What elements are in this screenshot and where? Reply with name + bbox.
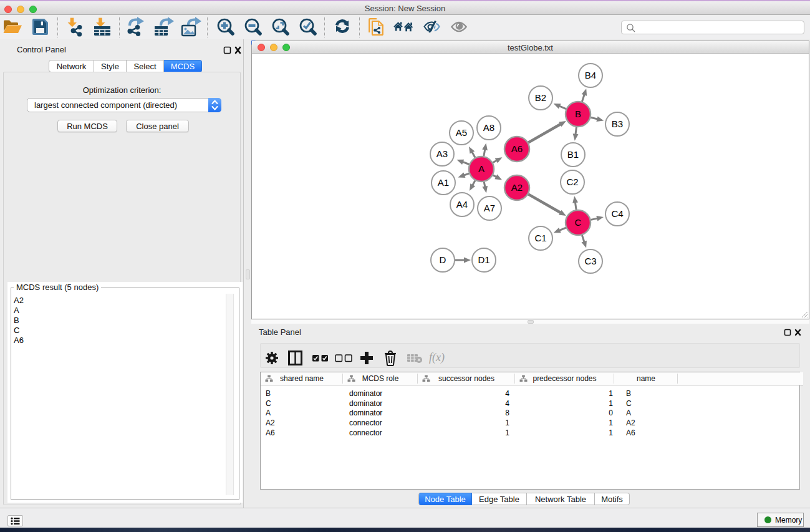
svg-text:A4: A4	[456, 199, 468, 210]
svg-text:C3: C3	[584, 256, 596, 266]
svg-text:B: B	[575, 109, 581, 119]
svg-text:B2: B2	[535, 92, 546, 103]
svg-text:A3: A3	[436, 148, 448, 159]
svg-text:A7: A7	[484, 203, 495, 213]
svg-text:C: C	[575, 217, 582, 228]
svg-text:A5: A5	[456, 127, 467, 138]
svg-text:B3: B3	[612, 118, 623, 129]
svg-text:A: A	[478, 163, 485, 174]
svg-text:D1: D1	[478, 254, 489, 265]
svg-text:A8: A8	[483, 122, 494, 133]
svg-text:C2: C2	[566, 177, 578, 187]
svg-text:A1: A1	[438, 177, 449, 188]
svg-text:A6: A6	[511, 143, 523, 154]
svg-text:D: D	[440, 254, 446, 265]
svg-text:B1: B1	[567, 149, 579, 160]
svg-text:B4: B4	[585, 70, 596, 80]
svg-text:A2: A2	[511, 182, 523, 193]
svg-text:C4: C4	[611, 208, 623, 219]
svg-text:C1: C1	[534, 233, 546, 243]
